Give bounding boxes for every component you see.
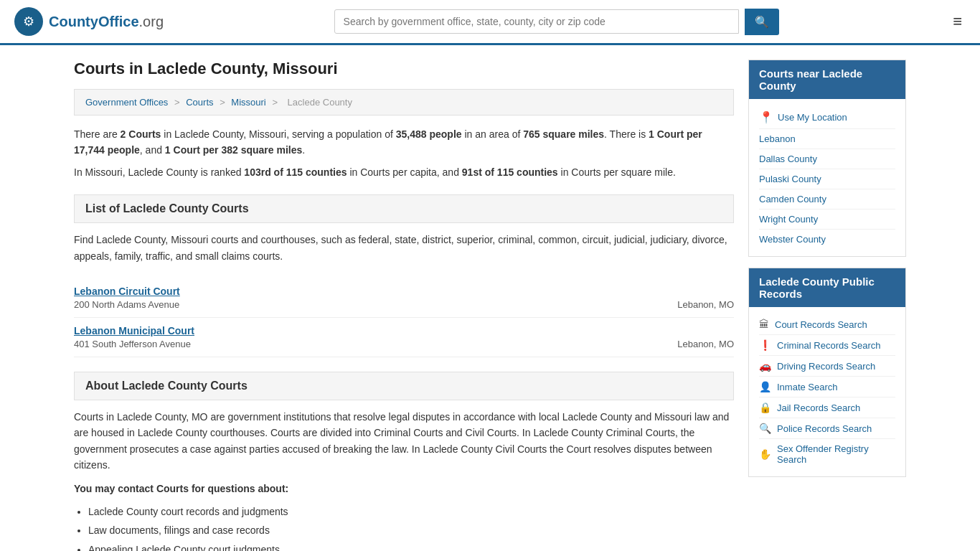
intro-line1: There are 2 Courts in Laclede County, Mi… (74, 126, 734, 159)
driving-records-icon: 🚗 (759, 360, 771, 372)
contact-list: Laclede County court records and judgmen… (88, 504, 734, 551)
court-details-2: 401 South Jefferson Avenue Lebanon, MO (74, 339, 734, 349)
logo: ⚙ CountyOffice.org (14, 7, 164, 36)
logo-suffix: .org (139, 14, 164, 29)
court-records-icon: 🏛 (759, 319, 769, 330)
contact-item-2: Law documents, filings and case records (88, 522, 734, 538)
contact-item-1: Laclede County court records and judgmen… (88, 504, 734, 519)
court-name-1[interactable]: Lebanon Circuit Court (74, 286, 734, 297)
intro-section: There are 2 Courts in Laclede County, Mi… (74, 126, 734, 180)
jail-records-icon: 🔒 (759, 402, 771, 413)
contact-item-3: Appealing Laclede County court judgments (88, 542, 734, 551)
use-location-link[interactable]: 📍 Use My Location (759, 106, 895, 129)
nearby-link-4[interactable]: Wright County (759, 209, 895, 230)
sex-offender-icon: ✋ (759, 448, 771, 460)
public-records-title: Laclede County Public Records (749, 268, 905, 307)
intro-line2: In Missouri, Laclede County is ranked 10… (74, 164, 734, 180)
page-title: Courts in Laclede County, Missouri (74, 60, 734, 78)
courts-count: 2 Courts (121, 128, 161, 140)
logo-name: CountyOffice (49, 14, 139, 29)
logo-text: CountyOffice.org (49, 14, 164, 30)
criminal-records-icon: ❗ (759, 339, 771, 351)
inmate-search-icon: 👤 (759, 381, 771, 392)
nearby-courts-title: Courts near Laclede County (749, 60, 905, 99)
breadcrumb-link-gov[interactable]: Government Offices (85, 97, 168, 108)
contact-heading: You may contact Courts for questions abo… (74, 483, 288, 494)
court-details-1: 200 North Adams Avenue Lebanon, MO (74, 299, 734, 310)
records-link-4[interactable]: 🔒 Jail Records Search (759, 397, 895, 418)
police-records-icon: 🔍 (759, 423, 771, 434)
court-city-2: Lebanon, MO (677, 339, 734, 349)
breadcrumb-link-courts[interactable]: Courts (186, 97, 213, 108)
court-city-1: Lebanon, MO (677, 299, 734, 310)
area: 765 square miles (523, 128, 604, 140)
public-records-box: Laclede County Public Records 🏛 Court Re… (748, 268, 906, 477)
nearby-courts-content: 📍 Use My Location Lebanon Dallas County … (749, 99, 905, 256)
nearby-courts-box: Courts near Laclede County 📍 Use My Loca… (748, 60, 906, 257)
public-records-content: 🏛 Court Records Search ❗ Criminal Record… (749, 307, 905, 476)
list-description: Find Laclede County, Missouri courts and… (74, 232, 734, 264)
court-entry-1: Lebanon Circuit Court 200 North Adams Av… (74, 278, 734, 318)
about-section: Courts in Laclede County, MO are governm… (74, 409, 734, 551)
menu-button[interactable]: ≡ (949, 9, 966, 34)
location-icon: 📍 (759, 110, 773, 124)
nearby-link-0[interactable]: Lebanon (759, 129, 895, 149)
about-section-heading: About Laclede County Courts (74, 372, 734, 400)
per-sqmile: 1 Court per 382 square miles (165, 144, 302, 156)
records-link-0[interactable]: 🏛 Court Records Search (759, 314, 895, 335)
court-name-2[interactable]: Lebanon Municipal Court (74, 325, 734, 336)
breadcrumb-link-missouri[interactable]: Missouri (231, 97, 265, 108)
records-link-2[interactable]: 🚗 Driving Records Search (759, 356, 895, 377)
court-entry-2: Lebanon Municipal Court 401 South Jeffer… (74, 318, 734, 357)
search-bar: 🔍 (334, 9, 779, 35)
sidebar: Courts near Laclede County 📍 Use My Loca… (748, 60, 906, 551)
nearby-link-5[interactable]: Webster County (759, 230, 895, 249)
use-location-label: Use My Location (778, 112, 847, 123)
population: 35,488 people (396, 128, 462, 140)
rank-capita: 103rd of 115 counties (244, 166, 347, 178)
main-content: Courts in Laclede County, Missouri Gover… (74, 60, 734, 551)
list-section-heading: List of Laclede County Courts (74, 194, 734, 223)
logo-icon: ⚙ (14, 7, 43, 36)
records-link-5[interactable]: 🔍 Police Records Search (759, 418, 895, 439)
breadcrumb: Government Offices > Courts > Missouri >… (74, 89, 734, 116)
breadcrumb-current: Laclede County (288, 97, 352, 108)
nearby-link-3[interactable]: Camden County (759, 189, 895, 209)
nearby-link-2[interactable]: Pulaski County (759, 169, 895, 189)
court-address-1: 200 North Adams Avenue (74, 299, 179, 310)
rank-sqmile: 91st of 115 counties (462, 166, 558, 178)
records-link-1[interactable]: ❗ Criminal Records Search (759, 335, 895, 356)
search-input[interactable] (334, 9, 739, 34)
about-body: Courts in Laclede County, MO are governm… (74, 409, 734, 474)
search-button[interactable]: 🔍 (745, 9, 779, 35)
records-link-3[interactable]: 👤 Inmate Search (759, 377, 895, 397)
records-link-6[interactable]: ✋ Sex Offender Registry Search (759, 439, 895, 469)
court-address-2: 401 South Jefferson Avenue (74, 339, 191, 349)
nearby-link-1[interactable]: Dallas County (759, 149, 895, 169)
